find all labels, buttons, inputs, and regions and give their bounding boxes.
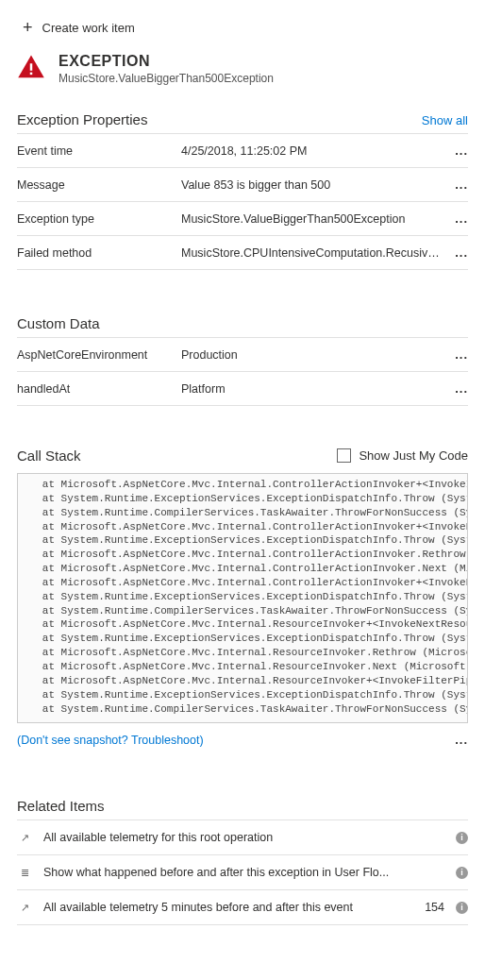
more-icon[interactable]: ...	[449, 245, 468, 260]
info-icon: i	[456, 867, 468, 879]
info-icon: i	[456, 902, 468, 914]
custom-data-value: Platform	[181, 382, 449, 396]
related-items-title: Related Items	[17, 798, 105, 814]
more-icon[interactable]: ...	[449, 177, 468, 192]
property-key: Event time	[17, 144, 181, 158]
property-value: 4/25/2018, 11:25:02 PM	[181, 144, 449, 158]
exception-properties-section: Exception Properties Show all Event time…	[0, 98, 485, 270]
related-item[interactable]: ↗ All available telemetry for this root …	[17, 819, 468, 854]
checkbox-icon	[337, 448, 351, 463]
flow-icon: ≣	[17, 867, 32, 879]
exception-type: MusicStore.ValueBiggerThan500Exception	[59, 72, 274, 85]
property-row: Message Value 853 is bigger than 500 ...	[17, 167, 468, 201]
related-item-label: All available telemetry 5 minutes before…	[43, 901, 413, 914]
more-icon[interactable]: ...	[455, 733, 468, 747]
checkbox-label: Show Just My Code	[359, 448, 468, 463]
custom-data-title: Custom Data	[17, 315, 100, 331]
custom-data-key: AspNetCoreEnvironment	[17, 348, 181, 362]
custom-data-value: Production	[181, 348, 449, 362]
property-row: Exception type MusicStore.ValueBiggerTha…	[17, 201, 468, 235]
exception-title: EXCEPTION	[59, 53, 274, 70]
related-item-label: All available telemetry for this root op…	[43, 831, 433, 844]
svg-rect-1	[30, 73, 33, 76]
callstack-header: Call Stack Show Just My Code	[0, 438, 485, 473]
property-row: Failed method MusicStore.CPUIntensiveCom…	[17, 235, 468, 270]
callstack-title: Call Stack	[17, 448, 81, 464]
property-row: Event time 4/25/2018, 11:25:02 PM ...	[17, 133, 468, 167]
custom-data-row: handledAt Platform ...	[17, 371, 468, 406]
property-value: Value 853 is bigger than 500	[181, 178, 449, 192]
property-value: MusicStore.ValueBiggerThan500Exception	[181, 212, 449, 226]
create-work-item-label: Create work item	[42, 21, 135, 35]
warning-icon	[17, 53, 45, 81]
custom-data-key: handledAt	[17, 382, 181, 396]
create-work-item-button[interactable]: + Create work item	[0, 11, 485, 49]
related-item-count: 154	[425, 901, 444, 914]
more-icon[interactable]: ...	[449, 211, 468, 226]
show-my-code-checkbox[interactable]: Show Just My Code	[337, 448, 468, 463]
plus-icon: +	[23, 19, 33, 36]
custom-data-section: Custom Data AspNetCoreEnvironment Produc…	[0, 302, 485, 406]
exception-header: EXCEPTION MusicStore.ValueBiggerThan500E…	[0, 49, 485, 98]
related-items-section: Related Items ↗ All available telemetry …	[0, 785, 485, 925]
related-item[interactable]: ≣ Show what happened before and after th…	[17, 854, 468, 889]
stack-trace-pane[interactable]: at Microsoft.AspNetCore.Mvc.Internal.Con…	[17, 473, 468, 723]
property-key: Failed method	[17, 246, 181, 260]
property-key: Message	[17, 178, 181, 192]
property-key: Exception type	[17, 212, 181, 226]
link-out-icon: ↗	[17, 832, 32, 844]
custom-data-row: AspNetCoreEnvironment Production ...	[17, 337, 468, 371]
link-out-icon: ↗	[17, 902, 32, 914]
related-item[interactable]: ↗ All available telemetry 5 minutes befo…	[17, 889, 468, 925]
more-icon[interactable]: ...	[449, 381, 468, 396]
troubleshoot-link[interactable]: (Don't see snapshot? Troubleshoot)	[17, 734, 204, 747]
info-icon: i	[456, 832, 468, 844]
more-icon[interactable]: ...	[449, 144, 468, 158]
exception-properties-title: Exception Properties	[17, 111, 147, 127]
property-value: MusicStore.CPUIntensiveComputation.Recus…	[181, 246, 449, 260]
show-all-link[interactable]: Show all	[422, 113, 468, 127]
more-icon[interactable]: ...	[449, 347, 468, 362]
related-item-label: Show what happened before and after this…	[43, 866, 433, 879]
svg-rect-0	[30, 63, 33, 71]
